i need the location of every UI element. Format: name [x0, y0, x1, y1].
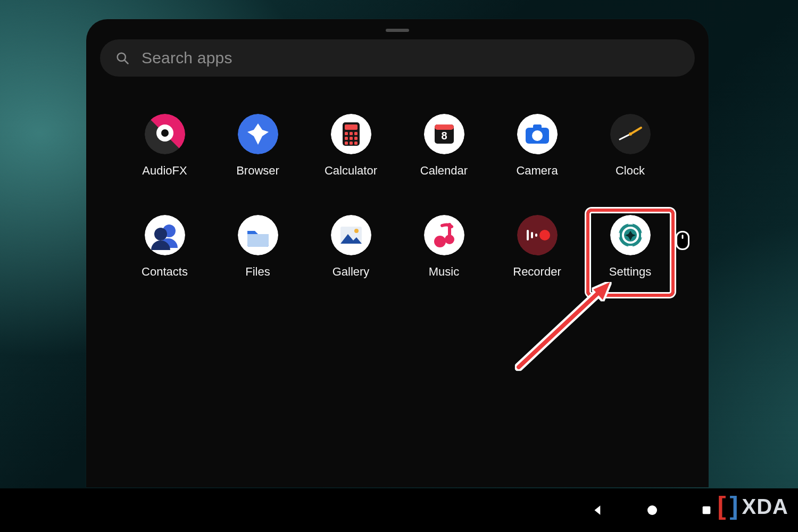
app-grid: AudioFX Browser — [86, 114, 709, 279]
svg-rect-17 — [350, 142, 353, 145]
audiofx-icon — [145, 114, 185, 154]
app-audiofx[interactable]: AudioFX — [118, 114, 211, 178]
svg-point-38 — [424, 215, 464, 255]
app-label: Settings — [609, 265, 652, 279]
drawer-drag-handle[interactable] — [386, 29, 409, 32]
nav-home-button[interactable] — [643, 501, 661, 519]
svg-point-33 — [154, 228, 167, 240]
nav-recent-button[interactable] — [697, 501, 716, 519]
camera-icon — [517, 114, 558, 154]
svg-rect-9 — [345, 124, 358, 130]
watermark-bracket-right-icon: ] — [730, 491, 739, 520]
app-gallery[interactable]: Gallery — [304, 215, 397, 279]
svg-point-30 — [629, 132, 632, 136]
svg-rect-44 — [535, 234, 537, 237]
app-label: Gallery — [332, 265, 370, 279]
app-drawer: Search apps AudioFX — [86, 19, 709, 487]
search-apps-input[interactable]: Search apps — [100, 39, 695, 77]
app-label: Music — [429, 265, 459, 279]
app-files[interactable]: Files — [211, 215, 304, 279]
svg-rect-11 — [350, 132, 353, 135]
system-navbar — [0, 488, 798, 532]
search-placeholder-text: Search apps — [142, 49, 232, 67]
svg-point-37 — [354, 229, 359, 233]
scroll-hint-icon — [676, 231, 689, 250]
clock-icon — [610, 114, 651, 154]
svg-rect-25 — [533, 124, 542, 130]
app-recorder[interactable]: Recorder — [491, 215, 584, 279]
svg-rect-18 — [354, 142, 358, 145]
svg-point-40 — [445, 235, 454, 244]
app-clock[interactable]: Clock — [584, 114, 677, 178]
recorder-icon — [517, 215, 558, 255]
app-calendar[interactable]: 8 Calendar — [397, 114, 491, 178]
app-label: Camera — [516, 164, 558, 178]
watermark-bracket-left-icon: [ — [718, 491, 727, 520]
app-calculator[interactable]: Calculator — [304, 114, 397, 178]
svg-rect-14 — [350, 137, 353, 140]
app-label: Calendar — [420, 164, 468, 178]
app-contacts[interactable]: Contacts — [118, 215, 211, 279]
app-label: Files — [245, 265, 270, 279]
contacts-icon — [145, 215, 185, 255]
svg-rect-43 — [531, 232, 533, 238]
app-label: Clock — [616, 164, 645, 178]
app-label: Browser — [236, 164, 279, 178]
svg-text:8: 8 — [441, 130, 447, 142]
svg-point-5 — [161, 129, 169, 137]
app-camera[interactable]: Camera — [491, 114, 584, 178]
svg-line-1 — [124, 60, 128, 63]
app-browser[interactable]: Browser — [211, 114, 304, 178]
app-settings[interactable]: Settings — [584, 215, 677, 279]
calculator-icon — [331, 114, 371, 154]
desktop-wallpaper: Search apps AudioFX — [0, 0, 798, 532]
svg-rect-16 — [345, 142, 348, 145]
app-label: AudioFX — [142, 164, 187, 178]
app-label: Contacts — [142, 265, 188, 279]
search-icon — [115, 51, 130, 65]
svg-rect-12 — [354, 132, 358, 135]
music-icon — [424, 215, 464, 255]
xda-watermark: [] XDA — [718, 492, 788, 521]
svg-rect-54 — [703, 506, 711, 514]
svg-rect-13 — [345, 137, 348, 140]
app-music[interactable]: Music — [397, 215, 491, 279]
svg-point-26 — [532, 130, 543, 141]
svg-point-53 — [647, 505, 657, 515]
svg-point-45 — [539, 230, 550, 240]
browser-icon — [238, 114, 278, 154]
svg-rect-42 — [527, 230, 529, 240]
nav-back-button[interactable] — [589, 501, 607, 519]
settings-icon — [610, 215, 651, 255]
files-icon — [238, 215, 278, 255]
svg-rect-10 — [345, 132, 348, 135]
app-label: Recorder — [513, 265, 561, 279]
svg-point-39 — [434, 236, 446, 247]
svg-rect-21 — [435, 124, 454, 130]
calendar-icon: 8 — [424, 114, 464, 154]
gallery-icon — [331, 215, 371, 255]
svg-rect-15 — [354, 137, 358, 140]
app-label: Calculator — [325, 164, 377, 178]
watermark-text: XDA — [742, 495, 788, 519]
